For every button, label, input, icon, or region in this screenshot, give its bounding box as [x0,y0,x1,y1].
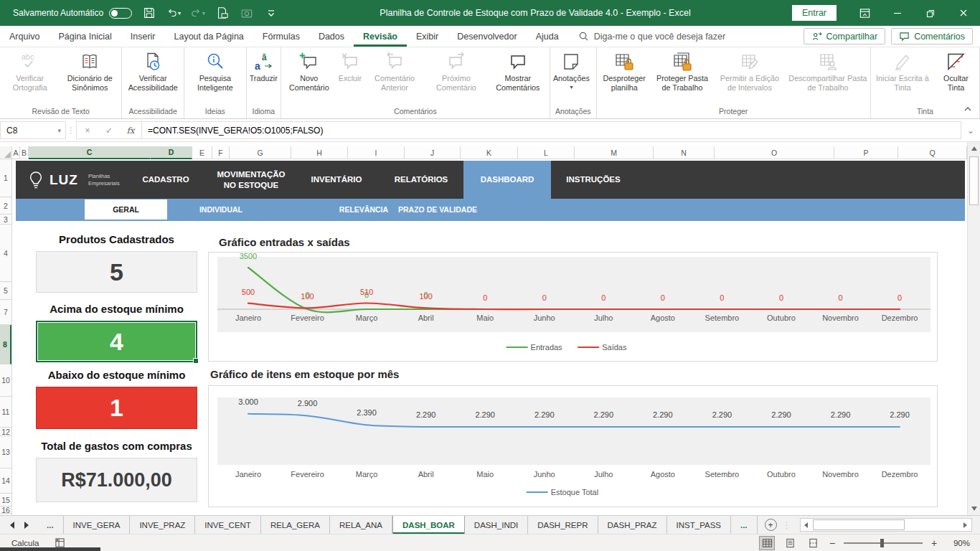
sheet-tab[interactable]: INVE_PRAZ [130,516,195,534]
ribbon-button[interactable]: abc Verificar Ortografia [1,49,59,93]
ribbon-tab[interactable]: Página Inicial [49,26,121,47]
estoque-por-mes-chart[interactable]: 3.0002.9002.3902.2902.2902.2902.2902.290… [208,385,938,507]
row-header[interactable]: 1 [0,159,11,197]
horizontal-scroll-thumb[interactable] [813,519,905,530]
dashboard-nav-item[interactable]: DASHBOARD [463,161,551,199]
ribbon-tab[interactable]: Fórmulas [253,26,309,47]
row-header[interactable]: 14 [0,468,11,494]
ribbon-tab[interactable]: Arquivo [0,26,49,47]
row-header[interactable]: 3 [0,215,11,225]
macro-record-icon[interactable] [55,537,65,548]
column-header[interactable]: I [348,146,405,159]
scroll-left-icon[interactable] [801,519,812,531]
name-box[interactable]: C8 ▾ [0,121,66,139]
next-sheet-icon[interactable] [24,522,29,529]
ribbon-tab[interactable]: Ajuda [527,26,568,47]
column-header[interactable]: H [291,146,348,159]
new-sheet-icon[interactable]: + [765,519,777,531]
entradas-saidas-chart[interactable]: 350000050010051010000000000JaneiroFevere… [208,252,938,362]
dashboard-nav-item[interactable]: INVENTÁRIO [294,161,379,199]
customize-qat-icon[interactable] [264,6,278,20]
column-header[interactable]: F [212,146,230,159]
ribbon-tab[interactable]: Inserir [121,26,165,47]
ribbon-button[interactable]: Comentário Anterior [364,49,425,93]
ribbon-button[interactable]: Ocultar Tinta [933,49,979,93]
select-all-corner[interactable] [0,146,12,159]
kpi-value-cell[interactable]: R$71.000,00 [36,458,197,502]
ribbon-tab[interactable]: Exibir [407,26,448,47]
collapse-ribbon-icon[interactable] [961,103,974,115]
row-header[interactable]: 7 [0,300,11,325]
dashboard-nav-item[interactable]: MOVIMENTAÇÃO NO ESTOQUE [208,161,294,199]
dashboard-subnav-item[interactable]: GERAL [85,199,167,220]
print-preview-icon[interactable] [215,6,230,20]
expand-formula-bar-icon[interactable]: ⌄ [961,121,980,139]
dashboard-subnav-item[interactable]: PRAZO DE VALIDADE [387,199,488,220]
scroll-right-icon[interactable] [960,519,971,531]
comments-button[interactable]: Comentários [891,28,973,44]
ribbon-display-options-icon[interactable] [848,0,881,26]
ribbon-button[interactable]: Próximo Comentário [425,49,487,93]
ribbon-button[interactable]: Iniciar Escrita à Tinta [872,49,933,93]
ribbon-button[interactable]: Permitir a Edição de Intervalos [713,49,786,93]
autosave-toggle[interactable] [109,8,132,19]
vertical-scroll-thumb[interactable] [969,156,979,205]
dashboard-nav-item[interactable]: RELATÓRIOS [379,161,463,199]
sheet-tab[interactable]: DASH_INDI [465,516,528,534]
zoom-slider[interactable] [844,542,923,544]
undo-icon[interactable]: ▾ [166,6,181,20]
zoom-out-button[interactable]: − [828,537,837,549]
kpi-value-cell[interactable]: 4 [36,321,197,362]
column-header[interactable]: P [834,146,898,159]
minimize-icon[interactable] [881,0,914,26]
dashboard-nav-item[interactable]: INSTRUÇÕES [551,161,636,199]
column-header[interactable]: K [461,146,518,159]
restore-icon[interactable] [914,0,947,26]
row-header[interactable]: 4 [0,225,11,282]
column-header[interactable]: L [518,146,575,159]
column-header[interactable]: D [151,146,192,159]
vertical-scrollbar[interactable] [967,142,980,515]
sheet-tab[interactable]: ... [37,516,64,534]
name-box-dropdown-icon[interactable]: ▾ [57,127,65,134]
kpi-value-cell[interactable]: 1 [36,387,197,429]
sheet-tab[interactable]: DASH_REPR [528,516,598,534]
close-icon[interactable] [947,0,980,26]
column-header[interactable]: C [29,146,151,159]
row-header[interactable]: 15 [0,494,11,507]
row-header[interactable]: 16 [0,507,11,514]
column-header[interactable]: O [715,146,834,159]
row-header[interactable]: 13 [0,436,11,468]
column-header[interactable]: Q [898,146,967,159]
sheet-tab[interactable]: INVE_CENT [195,516,261,534]
row-header[interactable]: 8 [0,325,11,364]
ribbon-button[interactable]: Novo Comentário [282,49,336,93]
save-icon[interactable] [142,6,156,20]
normal-view-icon[interactable] [759,536,775,550]
ribbon-button[interactable]: Excluir [336,49,364,84]
column-header[interactable]: J [405,146,461,159]
sheet-tab[interactable]: RELA_ANA [330,516,392,534]
kpi-value-cell[interactable]: 5 [36,251,197,293]
ribbon-tab[interactable]: Layout da Página [164,26,253,47]
ribbon-button[interactable]: Proteger Pasta de Trabalho [651,49,713,93]
share-button[interactable]: Compartilhar [804,28,886,44]
row-header[interactable]: 12 [0,428,11,436]
ribbon-button[interactable]: Pesquisa Inteligente [185,49,245,93]
ribbon-button[interactable]: ãa Traduzir [248,49,280,84]
horizontal-scrollbar[interactable] [800,518,972,532]
column-header[interactable]: M [575,146,654,159]
page-layout-view-icon[interactable] [782,536,798,550]
row-header[interactable]: 11 [0,397,11,428]
ribbon-button[interactable]: Mostrar Comentários [487,49,549,93]
formula-input[interactable]: =CONT.SES(INVE_GERA!O5:O1005;FALSO) [141,121,961,139]
sheet-tab[interactable]: INVE_GERA [64,516,131,534]
zoom-in-button[interactable]: + [930,537,938,549]
row-header[interactable]: 10 [0,364,11,397]
signin-button[interactable]: Entrar [792,5,837,21]
row-header[interactable]: 2 [0,197,11,215]
sheet-tab[interactable]: DASH_PRAZ [598,516,667,534]
ribbon-button[interactable]: Verificar Acessibilidade [123,49,183,93]
column-header[interactable]: G [230,146,291,159]
zoom-slider-thumb[interactable] [880,539,884,547]
